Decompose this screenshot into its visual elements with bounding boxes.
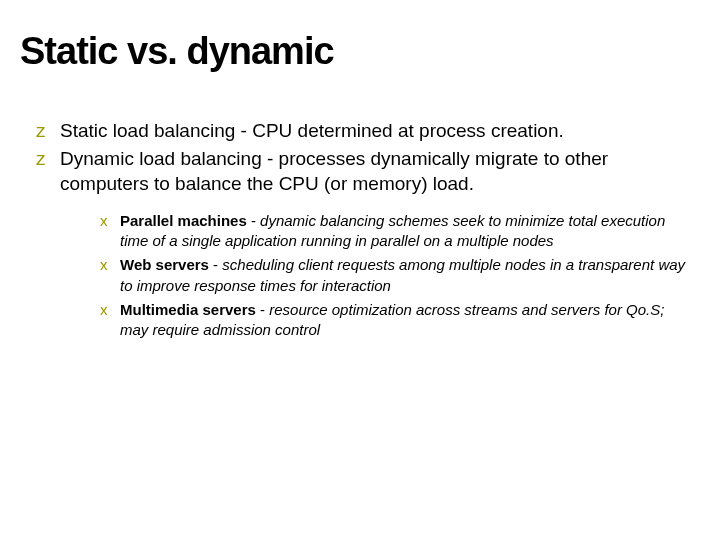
list-item: Parallel machines - dynamic balancing sc… <box>100 211 690 252</box>
list-item: Multimedia servers - resource optimizati… <box>100 300 690 341</box>
sub-bullet-dash: - <box>209 256 222 273</box>
bullet-text: Static load balancing - CPU determined a… <box>60 120 564 141</box>
sub-bullet-list: Parallel machines - dynamic balancing sc… <box>100 211 690 341</box>
bullet-text: Dynamic load balancing - processes dynam… <box>60 148 608 195</box>
sub-bullet-bold: Web servers <box>120 256 209 273</box>
list-item: Static load balancing - CPU determined a… <box>36 118 690 144</box>
sub-bullet-dash: - <box>256 301 269 318</box>
sub-bullet-bold: Multimedia servers <box>120 301 256 318</box>
slide-title: Static vs. dynamic <box>20 30 690 73</box>
list-item: Dynamic load balancing - processes dynam… <box>36 146 690 341</box>
sub-bullet-dash: - <box>247 212 260 229</box>
bullet-list: Static load balancing - CPU determined a… <box>36 118 690 340</box>
list-item: Web servers - scheduling client requests… <box>100 255 690 296</box>
sub-bullet-bold: Parallel machines <box>120 212 247 229</box>
